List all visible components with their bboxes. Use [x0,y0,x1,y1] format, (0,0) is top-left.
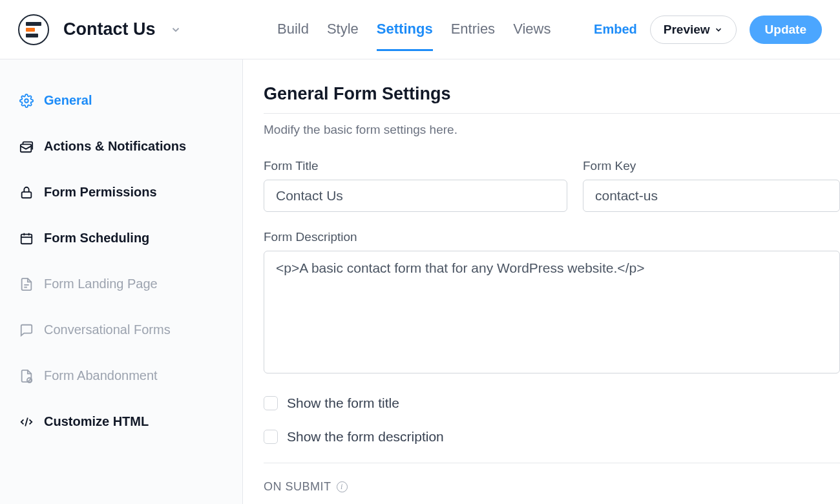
sidebar-item-label: General [44,93,92,108]
header-left: Contact Us [18,14,235,45]
gear-icon [19,94,34,108]
form-key-input[interactable] [583,180,840,212]
tab-settings[interactable]: Settings [377,8,433,51]
header-bar: Contact Us Build Style Settings Entries … [0,0,840,59]
form-title-input[interactable] [264,180,567,212]
sidebar-item-abandonment[interactable]: Form Abandonment [0,353,242,399]
sidebar-item-customize-html[interactable]: Customize HTML [0,399,242,445]
show-description-label: Show the form description [287,429,444,445]
sidebar-item-label: Form Permissions [44,185,157,200]
mail-stack-icon [19,140,34,154]
preview-button[interactable]: Preview [650,16,737,44]
sidebar-item-conversational[interactable]: Conversational Forms [0,307,242,353]
section-title: General Form Settings [264,84,840,114]
show-title-checkbox[interactable] [264,396,278,410]
sidebar-item-permissions[interactable]: Form Permissions [0,169,242,215]
sidebar-item-label: Form Scheduling [44,231,149,246]
show-title-label: Show the form title [287,395,399,411]
tab-entries[interactable]: Entries [451,8,495,51]
sidebar-item-scheduling[interactable]: Form Scheduling [0,215,242,261]
title-key-row: Form Title Form Key [264,159,840,212]
chat-icon [19,323,34,337]
sidebar-item-general[interactable]: General [0,78,242,123]
lock-icon [19,185,34,200]
main-panel: General Form Settings Modify the basic f… [243,59,840,504]
info-icon[interactable]: i [337,481,348,492]
tab-views[interactable]: Views [513,8,551,51]
app-logo-icon [26,22,41,37]
preview-button-label: Preview [664,23,710,37]
show-description-checkbox[interactable] [264,430,278,444]
tab-style[interactable]: Style [327,8,359,51]
sidebar-item-landing-page[interactable]: Form Landing Page [0,261,242,307]
sidebar-item-label: Form Abandonment [44,368,158,383]
sidebar: General Actions & Notifications Form Per… [0,59,243,504]
svg-rect-2 [22,192,32,198]
show-description-row: Show the form description [264,429,840,445]
body: General Actions & Notifications Form Per… [0,59,840,504]
form-name: Contact Us [63,19,156,39]
section-description: Modify the basic form settings here. [264,123,840,137]
update-button[interactable]: Update [750,16,822,44]
code-icon [19,415,34,429]
sidebar-item-label: Conversational Forms [44,322,171,337]
form-description-field: Form Description [264,230,840,373]
svg-rect-1 [21,144,32,152]
embed-link[interactable]: Embed [594,22,637,37]
sidebar-item-label: Actions & Notifications [44,139,186,154]
nav-tabs: Build Style Settings Entries Views [245,8,583,51]
form-title-field: Form Title [264,159,567,212]
chevron-down-icon [714,25,723,34]
form-switcher-button[interactable] [167,21,184,38]
svg-line-15 [25,417,28,426]
sidebar-item-actions[interactable]: Actions & Notifications [0,123,242,169]
chevron-down-icon [170,24,182,36]
svg-rect-3 [21,234,32,244]
form-title-label: Form Title [264,159,567,173]
calendar-icon [19,231,34,246]
form-description-input[interactable] [264,251,840,373]
header-right: Embed Preview Update [594,16,822,44]
form-key-field: Form Key [583,159,840,212]
svg-point-0 [25,99,28,103]
document-cancel-icon [19,369,34,383]
page-icon [19,277,34,291]
sidebar-item-label: Form Landing Page [44,277,158,291]
app-logo [18,14,49,45]
tab-build[interactable]: Build [277,8,309,51]
on-submit-heading: ON SUBMIT i [264,480,840,494]
show-title-row: Show the form title [264,395,840,411]
form-key-label: Form Key [583,159,840,173]
sidebar-item-label: Customize HTML [44,414,149,429]
form-description-label: Form Description [264,230,840,244]
on-submit-label: ON SUBMIT [264,480,331,494]
section-divider [264,463,840,463]
